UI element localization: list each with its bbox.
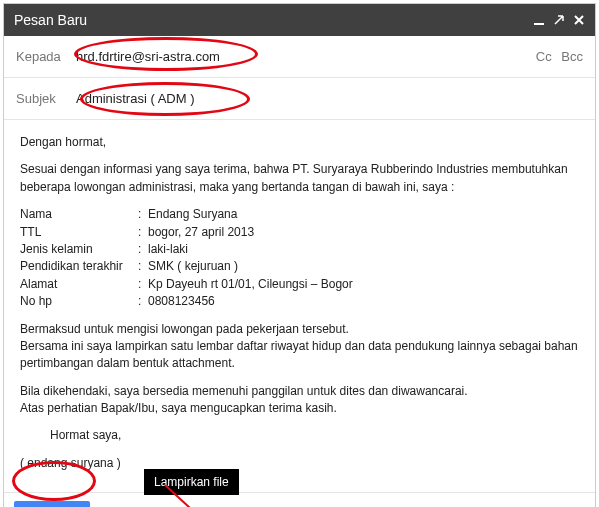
message-body[interactable]: Dengan hormat, Sesuai dengan informasi y… [4,120,595,492]
signature: ( endang suryana ) [20,455,579,472]
closing: Hormat saya, [20,427,579,444]
link-icon[interactable] [247,502,279,507]
titlebar-actions [533,14,585,26]
window-title: Pesan Baru [14,12,87,28]
minimize-icon[interactable] [533,14,545,26]
subject-row[interactable]: Subjek Administrasi ( ADM ) [4,78,595,120]
to-row[interactable]: Kepada hrd.fdrtire@sri-astra.com Cc Bcc [4,36,595,78]
drive-icon[interactable] [175,502,207,507]
emoji-icon[interactable] [283,502,315,507]
subject-label: Subjek [16,91,76,106]
subject-value[interactable]: Administrasi ( ADM ) [76,91,194,106]
greeting: Dengan hormat, [20,134,579,151]
attach-tooltip: Lampirkan file [144,469,239,495]
format-icon[interactable] [94,502,126,507]
table-row: No hp:0808123456 [20,293,353,310]
to-value[interactable]: hrd.fdrtire@sri-astra.com [76,49,220,64]
table-row: TTL:bogor, 27 april 2013 [20,224,353,241]
photo-icon[interactable] [211,502,243,507]
table-row: Nama:Endang Suryana [20,206,353,223]
table-row: Alamat:Kp Dayeuh rt 01/01, Cileungsi – B… [20,276,353,293]
close-icon[interactable] [573,14,585,26]
cc-link[interactable]: Cc [536,49,552,64]
body-paragraph: Bila dikehendaki, saya bersedia memenuhi… [20,383,579,418]
bcc-link[interactable]: Bcc [561,49,583,64]
to-label: Kepada [16,49,76,64]
attach-file-icon[interactable] [139,502,171,507]
cc-bcc: Cc Bcc [530,49,583,64]
intro: Sesuai dengan informasi yang saya terima… [20,161,579,196]
calendar-icon[interactable]: 31 [319,502,351,507]
info-table: Nama:Endang Suryana TTL:bogor, 27 april … [20,206,353,310]
svg-rect-0 [534,23,544,25]
trash-icon[interactable] [522,502,554,507]
titlebar: Pesan Baru [4,4,595,36]
compose-toolbar: Lampirkan file Kirim 31 [4,492,595,507]
table-row: Jenis kelamin:laki-laki [20,241,353,258]
compose-window: Pesan Baru Kepada hrd.fdrtire@sri-astra.… [3,3,596,507]
popout-icon[interactable] [553,14,565,26]
table-row: Pendidikan terakhir:SMK ( kejuruan ) [20,258,353,275]
body-paragraph: Bermaksud untuk mengisi lowongan pada pe… [20,321,579,373]
more-icon[interactable] [567,502,585,507]
send-button[interactable]: Kirim [14,501,90,507]
